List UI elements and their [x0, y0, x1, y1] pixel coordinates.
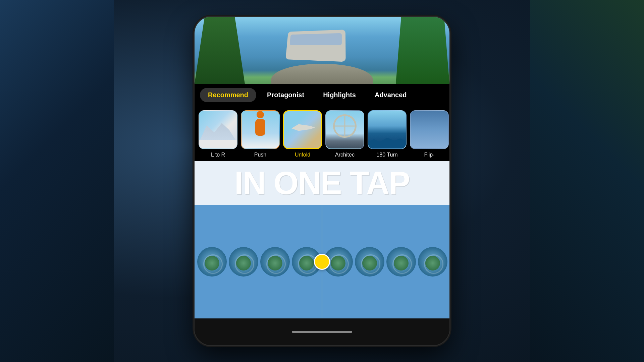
- effect-thumbnail-push: [241, 110, 280, 149]
- big-text: IN ONE TAP: [234, 167, 410, 199]
- effect-label-l-to-r: L to R: [211, 152, 225, 161]
- road-center: [271, 64, 373, 84]
- effect-l-to-r[interactable]: L to R: [199, 110, 237, 161]
- ferris-wheel: [333, 114, 357, 138]
- timeline-thumb-8[interactable]: [418, 247, 447, 277]
- effect-label-flip: Flip-: [424, 152, 434, 161]
- vehicle-shape: [285, 29, 345, 62]
- effect-label-architec: Architec: [335, 152, 355, 161]
- skier-scene: [241, 111, 279, 148]
- tl-inner-1: [197, 247, 227, 277]
- plane-shape: [291, 124, 315, 133]
- skier-head: [257, 111, 264, 118]
- effect-architec[interactable]: Architec: [325, 110, 364, 161]
- top-preview-area: [195, 17, 449, 84]
- playhead[interactable]: [314, 254, 330, 270]
- timeline-thumb-1[interactable]: [197, 247, 227, 277]
- effect-180-turn[interactable]: 180 Turn: [368, 110, 407, 161]
- effect-flip[interactable]: Flip-: [410, 110, 449, 161]
- tab-navigation: Recommend Protagonist Highlights Advance…: [195, 84, 449, 106]
- effect-thumbnail-architec: [325, 110, 364, 149]
- phone-screen: Recommend Protagonist Highlights Advance…: [195, 17, 449, 345]
- mountain-scene: [199, 111, 237, 148]
- phone-frame: Recommend Protagonist Highlights Advance…: [195, 17, 449, 345]
- fisheye-image: [195, 17, 449, 84]
- timeline-area[interactable]: [195, 205, 449, 318]
- bg-left-panel: [0, 0, 114, 362]
- tab-recommend[interactable]: Recommend: [200, 88, 256, 102]
- tl-inner-6: [355, 247, 384, 277]
- effects-row: L to R Push Unfold: [195, 106, 449, 161]
- timeline-thumb-7[interactable]: [386, 247, 416, 277]
- plane-scene: [284, 111, 321, 148]
- tree-right: [396, 17, 449, 84]
- tl-inner-8: [418, 247, 447, 277]
- tl-inner-3: [260, 247, 290, 277]
- effect-push[interactable]: Push: [241, 110, 280, 161]
- effect-label-push: Push: [254, 152, 266, 161]
- tab-protagonist[interactable]: Protagonist: [259, 88, 312, 102]
- effect-label-unfold: Unfold: [295, 152, 310, 161]
- tl-inner-7: [386, 247, 416, 277]
- coastal-scene: [368, 111, 406, 148]
- timeline-thumb-6[interactable]: [355, 247, 384, 277]
- effect-thumbnail-l-to-r: [199, 110, 237, 149]
- effect-thumbnail-flip: [410, 110, 449, 149]
- skier-body: [255, 119, 265, 136]
- tree-left: [195, 17, 245, 84]
- tab-advanced[interactable]: Advanced: [367, 88, 415, 102]
- timeline-thumb-2[interactable]: [229, 247, 258, 277]
- effect-thumbnail-180: [368, 110, 407, 149]
- timeline-thumb-3[interactable]: [260, 247, 290, 277]
- home-indicator[interactable]: [292, 331, 352, 333]
- effect-thumbnail-unfold: [283, 110, 322, 149]
- flip-scene: [411, 111, 448, 148]
- effect-label-180: 180 Turn: [376, 152, 397, 161]
- bg-right-panel: [530, 0, 644, 362]
- big-text-area: IN ONE TAP: [195, 161, 449, 205]
- ferris-scene: [326, 111, 364, 148]
- tl-inner-2: [229, 247, 258, 277]
- tab-highlights[interactable]: Highlights: [315, 88, 364, 102]
- effect-unfold[interactable]: Unfold: [283, 110, 322, 161]
- bottom-bar: [195, 318, 449, 345]
